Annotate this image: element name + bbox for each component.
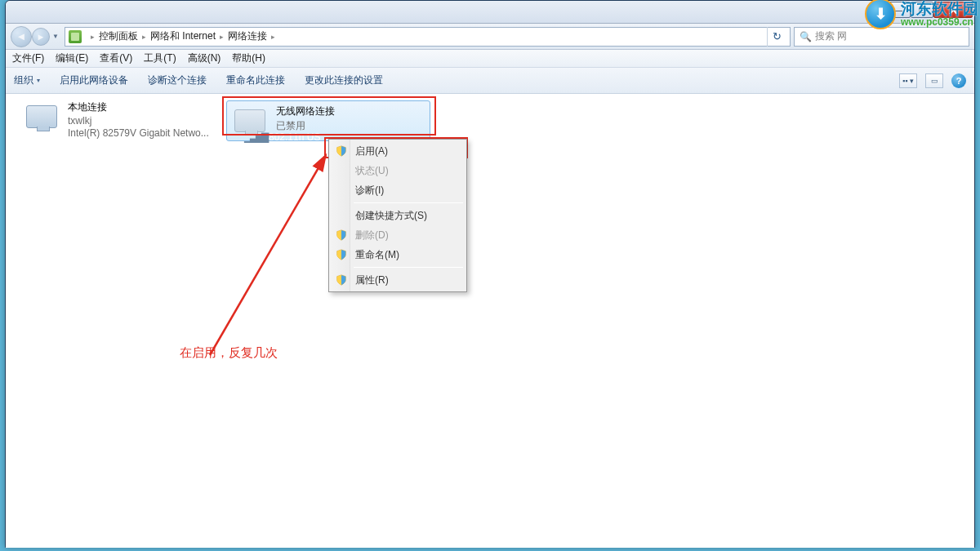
breadcrumb-item[interactable]: 网络和 Internet (150, 29, 216, 43)
menu-item-label: 启用(A) (355, 144, 388, 158)
explorer-window: — ❐ X ◄ ► ▼ ▸ 控制面板 ▸ 网络和 Internet ▸ 网络连接… (5, 0, 975, 548)
connection-local[interactable]: 本地连接 txwlkj Intel(R) 82579V Gigabit Netw… (22, 100, 218, 139)
refresh-icon[interactable]: ↻ (767, 27, 786, 47)
context-menu-item[interactable]: 重命名(M) (331, 245, 465, 264)
toolbar-right: ▪▪ ▾ ▭ ? (899, 73, 966, 88)
menu-view[interactable]: 查看(V) (100, 51, 132, 65)
diagnose-button[interactable]: 诊断这个连接 (148, 73, 207, 87)
uac-shield-icon (336, 145, 347, 157)
chevron-right-icon: ▸ (91, 33, 95, 41)
breadcrumb-item[interactable]: 网络连接 (228, 29, 267, 43)
back-button[interactable]: ◄ (11, 26, 32, 47)
watermark-name: 河东软件园 (901, 1, 978, 17)
chevron-right-icon: ▸ (142, 33, 146, 41)
rename-button[interactable]: 重命名此连接 (226, 73, 285, 87)
connection-title: 本地连接 (68, 100, 209, 114)
nav-history-dropdown[interactable]: ▼ (50, 29, 61, 45)
network-adapter-icon (22, 100, 61, 133)
svg-line-0 (210, 155, 326, 355)
preview-pane-button[interactable]: ▭ (925, 73, 943, 88)
menu-tools[interactable]: 工具(T) (144, 51, 176, 65)
content-area: 本地连接 txwlkj Intel(R) 82579V Gigabit Netw… (6, 94, 974, 548)
menu-item-label: 删除(D) (355, 229, 389, 242)
context-menu-item: 状态(U) (331, 161, 465, 180)
annotation-highlight-box (222, 96, 436, 136)
address-bar: ◄ ► ▼ ▸ 控制面板 ▸ 网络和 Internet ▸ 网络连接 ▸ ↻ 🔍… (6, 24, 974, 50)
menu-item-label: 属性(R) (355, 273, 389, 287)
context-menu-item[interactable]: 诊断(I) (331, 180, 465, 200)
watermark-logo-icon: ⬇ (865, 0, 896, 29)
enable-device-button[interactable]: 启用此网络设备 (60, 73, 128, 87)
menu-bar: 文件(F) 编辑(E) 查看(V) 工具(T) 高级(N) 帮助(H) (6, 50, 974, 68)
chevron-right-icon: ▸ (271, 33, 275, 41)
context-menu-item: 删除(D) (331, 225, 465, 245)
view-options-button[interactable]: ▪▪ ▾ (899, 73, 917, 88)
context-menu: 启用(A)状态(U)诊断(I)创建快捷方式(S)删除(D)重命名(M)属性(R) (328, 139, 467, 292)
nav-arrows: ◄ ► ▼ (11, 26, 61, 47)
title-bar: — ❐ X (6, 1, 974, 24)
menu-edit[interactable]: 编辑(E) (56, 51, 88, 65)
change-settings-button[interactable]: 更改此连接的设置 (305, 73, 383, 87)
chevron-right-icon: ▸ (220, 33, 224, 41)
help-icon[interactable]: ? (951, 73, 966, 88)
search-icon: 🔍 (800, 31, 812, 42)
forward-button[interactable]: ► (32, 28, 50, 46)
menu-item-label: 诊断(I) (355, 184, 384, 198)
search-placeholder: 搜索 网 (815, 29, 847, 43)
context-menu-item[interactable]: 属性(R) (331, 270, 465, 290)
uac-shield-icon (336, 229, 347, 241)
organize-menu[interactable]: 组织 (14, 73, 40, 87)
menu-item-label: 重命名(M) (355, 248, 399, 262)
menu-help[interactable]: 帮助(H) (232, 51, 265, 65)
control-panel-icon (69, 30, 82, 43)
annotation-arrow (185, 143, 349, 371)
context-menu-item[interactable]: 启用(A) (331, 141, 465, 161)
uac-shield-icon (336, 274, 347, 286)
menu-advanced[interactable]: 高级(N) (188, 51, 221, 65)
watermark: ⬇ 河东软件园 www.pc0359.cn (865, 0, 978, 29)
connection-device: Intel(R) 82579V Gigabit Netwo... (68, 127, 209, 139)
menu-item-label: 创建快捷方式(S) (355, 209, 427, 223)
command-bar: 组织 启用此网络设备 诊断这个连接 重命名此连接 更改此连接的设置 ▪▪ ▾ ▭… (6, 68, 974, 94)
connection-status: txwlkj (68, 115, 209, 127)
context-menu-item[interactable]: 创建快捷方式(S) (331, 206, 465, 225)
search-input[interactable]: 🔍 搜索 网 (794, 27, 969, 47)
uac-shield-icon (336, 249, 347, 260)
watermark-url: www.pc0359.cn (901, 17, 978, 28)
breadcrumb-bar[interactable]: ▸ 控制面板 ▸ 网络和 Internet ▸ 网络连接 ▸ ↻ (65, 27, 791, 47)
annotation-text: 在启用，反复几次 (180, 345, 278, 361)
breadcrumb-item[interactable]: 控制面板 (99, 29, 138, 43)
menu-file[interactable]: 文件(F) (12, 51, 44, 65)
menu-item-label: 状态(U) (355, 164, 389, 178)
